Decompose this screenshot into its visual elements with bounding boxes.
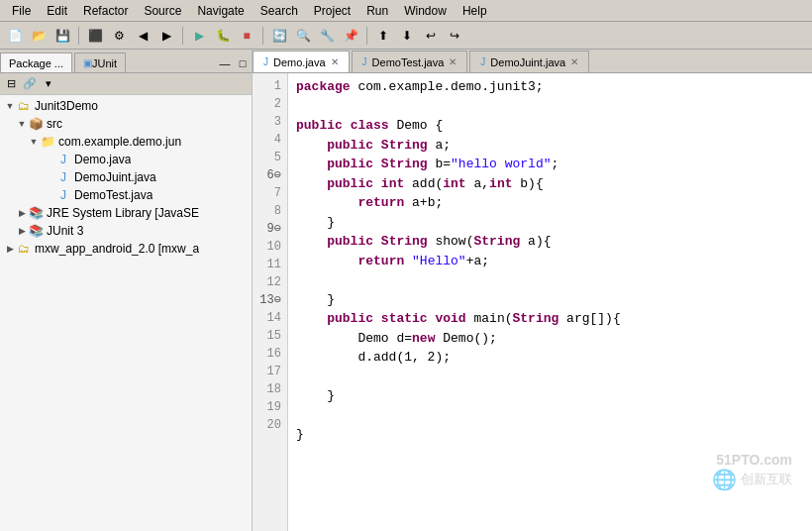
line-num-6: 6⊖ [258, 166, 281, 184]
project-tree: ▼ 🗂 Junit3Demo ▼ 📦 src ▼ 📁 com.example.d… [0, 95, 252, 531]
menu-search[interactable]: Search [253, 0, 306, 21]
toolbar-btn-h[interactable]: 📌 [340, 25, 361, 47]
line-num-1: 1 [258, 77, 281, 95]
toolbar-btn-a[interactable]: ⬛ [84, 25, 106, 47]
label-junit3demo: Junit3Demo [35, 99, 98, 113]
demojuint-tab-close[interactable]: ✕ [570, 56, 578, 67]
label-demo-java: Demo.java [74, 153, 131, 166]
link-editor-btn[interactable]: 🔗 [21, 75, 39, 93]
toolbar-btn-c[interactable]: ◀ [132, 25, 153, 47]
menu-file[interactable]: File [4, 0, 39, 21]
tab-package-explorer[interactable]: Package ... [0, 53, 72, 72]
toolbar-sep-3 [262, 27, 263, 45]
line-num-5: 5 [258, 149, 281, 166]
label-demotest-java: DemoTest.java [74, 188, 152, 202]
library-icon: 📚 [28, 205, 44, 221]
tree-item-junit3demo[interactable]: ▼ 🗂 Junit3Demo [0, 97, 252, 115]
line-num-20: 20 [258, 416, 281, 434]
line-num-15: 15 [258, 327, 281, 345]
tree-item-src[interactable]: ▼ 📦 src [0, 115, 252, 133]
left-panel-tabs: Package ... ▣ JUnit — □ [0, 50, 252, 73]
view-menu-btn[interactable]: ▾ [40, 75, 57, 93]
toolbar-debug[interactable]: 🐛 [212, 25, 234, 47]
editor-tab-demotest[interactable]: J DemoTest.java ✕ [352, 51, 468, 72]
arrow-src: ▼ [16, 119, 28, 129]
junit-tab-icon: ▣ [83, 57, 92, 68]
toolbar-save[interactable]: 💾 [51, 25, 73, 47]
line-num-4: 4 [258, 131, 281, 149]
demo-java-tab-close[interactable]: ✕ [331, 56, 339, 67]
toolbar-stop[interactable]: ■ [236, 25, 257, 47]
mxw-project-icon: 🗂 [16, 241, 32, 257]
toolbar-btn-g[interactable]: 🔧 [316, 25, 338, 47]
arrow-demo-java [44, 155, 55, 164]
package-explorer-label: Package ... [9, 57, 63, 69]
toolbar-btn-d[interactable]: ▶ [155, 25, 177, 47]
toolbar-btn-j[interactable]: ⬇ [396, 25, 418, 47]
tree-item-demo-java[interactable]: J Demo.java [0, 151, 252, 168]
toolbar-open[interactable]: 📂 [28, 25, 50, 47]
tree-item-mxw-app[interactable]: ▶ 🗂 mxw_app_android_2.0 [mxw_a [0, 240, 252, 258]
menu-edit[interactable]: Edit [39, 0, 75, 21]
toolbar-btn-i[interactable]: ⬆ [372, 25, 394, 47]
editor-area: J Demo.java ✕ J DemoTest.java ✕ J DemoJu… [253, 50, 812, 531]
menu-refactor[interactable]: Refactor [75, 0, 136, 21]
toolbar-sep-2 [182, 27, 183, 45]
line-num-16: 16 [258, 345, 281, 363]
left-panel-minimize[interactable]: — [216, 54, 234, 72]
toolbar: 📄 📂 💾 ⬛ ⚙ ◀ ▶ ▶ 🐛 ■ 🔄 🔍 🔧 📌 ⬆ ⬇ ↩ ↪ [0, 22, 812, 50]
editor-tabs: J Demo.java ✕ J DemoTest.java ✕ J DemoJu… [253, 50, 812, 73]
left-panel-maximize[interactable]: □ [234, 54, 252, 72]
line-num-9: 9⊖ [258, 220, 281, 238]
line-num-12: 12 [258, 273, 281, 291]
line-num-14: 14 [258, 309, 281, 327]
toolbar-btn-b[interactable]: ⚙ [108, 25, 130, 47]
left-panel-toolbar: ⊟ 🔗 ▾ [0, 73, 252, 95]
tree-item-junit3-lib[interactable]: ▶ 📚 JUnit 3 [0, 222, 252, 240]
menu-navigate[interactable]: Navigate [189, 0, 252, 21]
line-num-8: 8 [258, 202, 281, 220]
toolbar-btn-f[interactable]: 🔍 [292, 25, 314, 47]
tree-item-jre-library[interactable]: ▶ 📚 JRE System Library [JavaSE [0, 204, 252, 222]
tree-item-com-package[interactable]: ▼ 📁 com.example.demo.jun [0, 133, 252, 151]
menu-window[interactable]: Window [396, 0, 455, 21]
project-icon: 🗂 [16, 98, 32, 114]
tree-item-demojuint-java[interactable]: J DemoJuint.java [0, 168, 252, 186]
toolbar-btn-l[interactable]: ↪ [444, 25, 465, 47]
code-editor[interactable]: 1 2 3 4 5 6⊖ 7 8 9⊖ 10 11 12 13⊖ 14 15 1… [253, 73, 812, 531]
arrow-mxw-app: ▶ [4, 244, 16, 254]
java-file-icon-2: J [55, 169, 71, 185]
code-content[interactable]: package com.example.demo.junit3; public … [288, 73, 812, 531]
toolbar-sep-1 [78, 27, 79, 45]
label-jre-library: JRE System Library [JavaSE [47, 206, 199, 220]
editor-tab-demojuint[interactable]: J DemoJuint.java ✕ [469, 51, 589, 72]
menubar: File Edit Refactor Source Navigate Searc… [0, 0, 812, 22]
toolbar-new[interactable]: 📄 [4, 25, 26, 47]
line-numbers: 1 2 3 4 5 6⊖ 7 8 9⊖ 10 11 12 13⊖ 14 15 1… [253, 73, 288, 531]
arrow-demotest-java [44, 190, 55, 200]
menu-help[interactable]: Help [455, 0, 495, 21]
arrow-com-package: ▼ [28, 137, 40, 147]
junit-tab-label: JUnit [92, 57, 117, 69]
demo-java-tab-label: Demo.java [273, 56, 326, 68]
toolbar-btn-e[interactable]: 🔄 [268, 25, 290, 47]
menu-project[interactable]: Project [306, 0, 358, 21]
tree-item-demotest-java[interactable]: J DemoTest.java [0, 186, 252, 204]
main-layout: Package ... ▣ JUnit — □ ⊟ 🔗 ▾ ▼ 🗂 Junit3… [0, 50, 812, 531]
label-com-package: com.example.demo.jun [58, 135, 181, 149]
label-mxw-app: mxw_app_android_2.0 [mxw_a [35, 242, 199, 256]
toolbar-run[interactable]: ▶ [188, 25, 210, 47]
label-demojuint-java: DemoJuint.java [74, 170, 156, 184]
arrow-demojuint-java [44, 172, 55, 182]
menu-run[interactable]: Run [358, 0, 396, 21]
demotest-tab-close[interactable]: ✕ [449, 56, 457, 67]
line-num-13: 13⊖ [258, 291, 281, 309]
editor-tab-demo-java[interactable]: J Demo.java ✕ [253, 51, 350, 72]
toolbar-btn-k[interactable]: ↩ [420, 25, 442, 47]
collapse-all-btn[interactable]: ⊟ [2, 75, 20, 93]
menu-source[interactable]: Source [136, 0, 189, 21]
left-panel: Package ... ▣ JUnit — □ ⊟ 🔗 ▾ ▼ 🗂 Junit3… [0, 50, 253, 531]
tab-junit[interactable]: ▣ JUnit [74, 53, 126, 72]
arrow-junit3demo: ▼ [4, 101, 16, 111]
demotest-tab-label: DemoTest.java [372, 56, 445, 68]
